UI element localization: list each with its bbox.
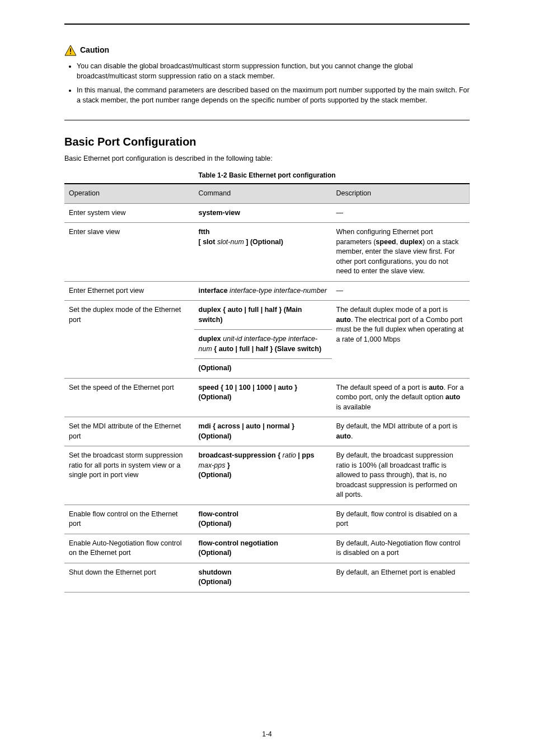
section-rule [64,120,470,120]
table-row: Shut down the Ethernet port shutdown(Opt… [64,563,470,592]
page-number: 1-4 [0,730,534,739]
table-row: Enter slave view ftth[ slot slot-num ] (… [64,223,470,282]
desc-cell: When configuring Ethernet port parameter… [332,223,470,282]
op-cell: Set the broadcast storm suppression rati… [64,446,194,505]
section-title: Basic Port Configuration [64,134,470,150]
table-row: Enable flow control on the Ethernet port… [64,505,470,534]
cmd-cell: speed { 10 | 100 | 1000 | auto }(Optiona… [194,378,332,417]
table-row: Set the broadcast storm suppression rati… [64,446,470,505]
cmd-cell: broadcast-suppression { ratio | pps max-… [194,446,332,505]
desc-cell: — [332,281,470,301]
config-table: Operation Command Description Enter syst… [64,183,470,592]
table-row: Set the speed of the Ethernet port speed… [64,378,470,417]
table-header-row: Operation Command Description [64,184,470,203]
cmd-cell: duplex { auto | full | half } (Main swit… [194,301,332,330]
page-container: Caution You can disable the global broad… [0,0,534,756]
op-cell: Set the duplex mode of the Ethernet port [64,301,194,379]
cmd-cell: ftth[ slot slot-num ] (Optional) [194,223,332,282]
cmd-cell: system-view [194,203,332,223]
table-title: Table 1-2 Basic Ethernet port configurat… [64,171,470,180]
caution-item: You can disable the global broadcast/mul… [77,62,470,81]
op-cell: Enter system view [64,203,194,223]
desc-cell: By default, the broadcast suppression ra… [332,446,470,505]
op-cell: Shut down the Ethernet port [64,563,194,592]
table-header-cell: Command [194,184,332,203]
cmd-cell: interface interface-type interface-numbe… [194,281,332,301]
desc-cell: By default, the MDI attribute of a port … [332,417,470,446]
top-rule [64,24,470,25]
caution-icon [64,45,77,56]
table-header-cell: Operation [64,184,194,203]
desc-cell: The default speed of a port is auto. For… [332,378,470,417]
cmd-cell: shutdown(Optional) [194,563,332,592]
desc-cell: By default, Auto-Negotiation flow contro… [332,534,470,563]
caution-block: Caution You can disable the global broad… [64,45,470,105]
op-cell: Enter Ethernet port view [64,281,194,301]
table-row: Enter Ethernet port view interface inter… [64,281,470,301]
table-row: Enter system view system-view — [64,203,470,223]
desc-cell: — [332,203,470,223]
cmd-cell: (Optional) [194,359,332,379]
caution-header: Caution [64,45,470,56]
caution-item: In this manual, the command parameters a… [77,86,470,105]
table-row: Enable Auto-Negotiation flow control on … [64,534,470,563]
svg-rect-1 [70,48,71,52]
desc-cell: By default, flow control is disabled on … [332,505,470,534]
cmd-cell: mdi { across | auto | normal }(Optional) [194,417,332,446]
table-header-cell: Description [332,184,470,203]
table-row: Set the duplex mode of the Ethernet port… [64,301,470,330]
op-cell: Enable Auto-Negotiation flow control on … [64,534,194,563]
op-cell: Enable flow control on the Ethernet port [64,505,194,534]
cmd-cell: duplex unit-id interface-type interface-… [194,330,332,359]
cmd-cell: flow-control(Optional) [194,505,332,534]
cmd-cell: flow-control negotiation(Optional) [194,534,332,563]
svg-rect-2 [70,53,71,54]
desc-cell: By default, an Ethernet port is enabled [332,563,470,592]
caution-list: You can disable the global broadcast/mul… [77,62,470,105]
desc-cell: The default duplex mode of a port is aut… [332,301,470,379]
op-cell: Enter slave view [64,223,194,282]
op-cell: Set the speed of the Ethernet port [64,378,194,417]
section-desc: Basic Ethernet port configuration is des… [64,154,470,164]
table-row: Set the MDI attribute of the Ethernet po… [64,417,470,446]
op-cell: Set the MDI attribute of the Ethernet po… [64,417,194,446]
caution-label: Caution [80,45,109,56]
